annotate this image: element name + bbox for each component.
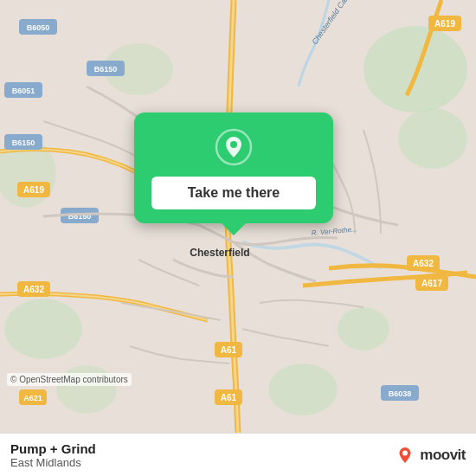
svg-text:A61: A61 [221,345,237,355]
moovit-pin-icon [396,446,415,465]
popup-card: Take me there [134,113,333,223]
svg-text:Chesterfield: Chesterfield [190,247,249,259]
location-pin-icon [215,128,253,166]
moovit-logo-text: moovit [420,447,466,464]
svg-point-2 [398,108,467,169]
svg-point-8 [268,363,338,415]
bottom-bar: Pump + Grind East Midlands moovit [0,433,476,476]
location-region: East Midlands [10,456,96,469]
svg-text:A617: A617 [421,279,442,288]
svg-text:A619: A619 [23,185,44,195]
map-attribution: © OpenStreetMap contributors [7,373,132,386]
take-me-there-button[interactable]: Take me there [151,177,316,209]
svg-text:B6150: B6150 [12,138,35,147]
svg-text:A632: A632 [413,259,434,268]
svg-point-4 [4,299,82,359]
svg-text:A632: A632 [23,285,44,294]
svg-text:B6050: B6050 [27,23,50,32]
svg-text:A619: A619 [434,19,455,29]
location-name: Pump + Grind [10,441,96,456]
svg-point-3 [338,307,389,351]
svg-text:A61: A61 [221,393,237,402]
svg-point-1 [363,26,467,113]
moovit-logo: moovit [396,446,466,465]
svg-text:B6051: B6051 [12,87,35,95]
svg-text:B6038: B6038 [389,389,412,398]
svg-text:B6150: B6150 [94,65,118,74]
svg-point-43 [230,141,237,148]
svg-point-44 [402,450,408,455]
map-container: A619 A632 A632 A619 A61 A61 A617 B6038 B… [0,0,476,433]
location-info: Pump + Grind East Midlands [10,441,96,469]
svg-text:A621: A621 [23,394,42,402]
